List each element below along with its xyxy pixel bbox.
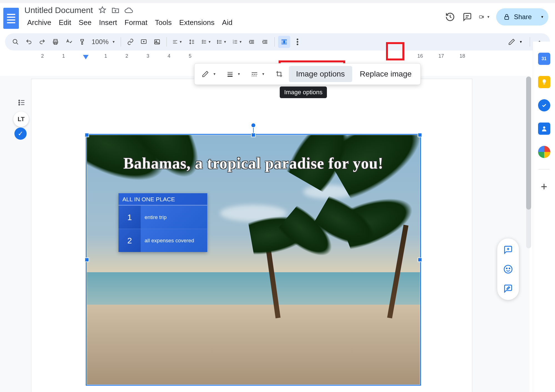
ruler-tick: 16 bbox=[417, 53, 423, 59]
meet-icon[interactable]: ▼ bbox=[479, 11, 490, 22]
svg-point-34 bbox=[506, 268, 507, 269]
star-icon[interactable] bbox=[99, 6, 106, 14]
menu-format[interactable]: Format bbox=[121, 17, 151, 28]
menu-see[interactable]: See bbox=[75, 17, 95, 28]
crop-button[interactable] bbox=[271, 66, 287, 82]
menu-archive[interactable]: Archive bbox=[24, 17, 55, 28]
text-wrap-button[interactable] bbox=[278, 36, 290, 48]
svg-rect-28 bbox=[254, 76, 255, 76]
undo-button[interactable] bbox=[23, 36, 35, 48]
toolbar-separator bbox=[530, 37, 530, 47]
contacts-app-icon[interactable] bbox=[538, 123, 550, 135]
image-options-button[interactable]: Image options bbox=[289, 66, 352, 82]
share-button[interactable]: Share bbox=[496, 8, 540, 26]
svg-rect-15 bbox=[284, 41, 285, 43]
resize-handle-w[interactable] bbox=[85, 258, 89, 262]
move-icon[interactable] bbox=[111, 6, 120, 14]
svg-point-11 bbox=[217, 43, 218, 44]
align-button[interactable]: ▼ bbox=[170, 36, 185, 48]
spellcheck-button[interactable] bbox=[63, 36, 75, 48]
document-title[interactable]: Untitled Document bbox=[24, 6, 94, 15]
insert-link-button[interactable] bbox=[124, 36, 137, 48]
selected-image[interactable]: Bahamas, a tropical paradise for you! AL… bbox=[87, 135, 420, 385]
maps-app-icon[interactable] bbox=[538, 146, 550, 158]
selection-outline bbox=[86, 134, 421, 386]
svg-point-30 bbox=[19, 100, 20, 101]
svg-point-32 bbox=[19, 104, 20, 105]
ruler-tick: 18 bbox=[460, 53, 465, 59]
lock-icon bbox=[503, 14, 510, 20]
toolbar-separator bbox=[121, 37, 121, 47]
ruler-tick: 2 bbox=[125, 53, 128, 59]
image-options-tooltip: Image options bbox=[280, 86, 327, 98]
border-color-button[interactable]: ▼ bbox=[197, 66, 221, 82]
numbered-list-button[interactable]: 123▼ bbox=[230, 36, 244, 48]
add-addon-button[interactable]: + bbox=[538, 180, 550, 193]
menu-tools[interactable]: Tools bbox=[152, 17, 175, 28]
increase-indent-button[interactable] bbox=[259, 36, 271, 48]
zoom-selector[interactable]: 100%▼ bbox=[89, 38, 117, 46]
menu-bar: Archive Edit See Insert Format Tools Ext… bbox=[24, 17, 445, 28]
keep-app-icon[interactable] bbox=[538, 76, 550, 88]
comments-icon[interactable] bbox=[462, 11, 473, 22]
emoji-reaction-fab[interactable] bbox=[502, 263, 514, 276]
svg-rect-21 bbox=[228, 76, 233, 77]
insert-image-button[interactable] bbox=[151, 36, 163, 48]
document-page[interactable]: Bahamas, a tropical paradise for you! AL… bbox=[31, 79, 472, 392]
decrease-indent-button[interactable] bbox=[246, 36, 258, 48]
tasks-app-icon[interactable] bbox=[538, 99, 550, 111]
checklist-button[interactable]: ▼ bbox=[199, 36, 213, 48]
menu-insert[interactable]: Insert bbox=[96, 17, 120, 28]
add-comment-fab[interactable] bbox=[502, 243, 514, 256]
editing-mode-button[interactable]: ▼ bbox=[504, 38, 526, 45]
line-spacing-button[interactable] bbox=[186, 36, 198, 48]
ruler-tick: 4 bbox=[168, 53, 170, 59]
resize-handle-n[interactable] bbox=[251, 133, 256, 137]
svg-rect-29 bbox=[256, 76, 257, 76]
menu-extensions[interactable]: Extensions bbox=[176, 17, 218, 28]
svg-rect-23 bbox=[252, 74, 253, 75]
print-button[interactable] bbox=[49, 36, 62, 48]
history-icon[interactable] bbox=[445, 11, 456, 22]
svg-point-8 bbox=[156, 41, 157, 42]
languagetool-status-icon[interactable]: ✓ bbox=[14, 128, 27, 140]
paint-format-button[interactable] bbox=[76, 36, 88, 48]
bullet-list-button[interactable]: ▼ bbox=[215, 36, 229, 48]
suggest-edit-fab[interactable] bbox=[502, 282, 514, 295]
resize-handle-ne[interactable] bbox=[418, 133, 422, 137]
svg-text:3: 3 bbox=[233, 42, 234, 44]
more-options-button[interactable] bbox=[291, 36, 304, 48]
side-panel: 31 + bbox=[533, 42, 555, 392]
svg-point-18 bbox=[297, 44, 298, 45]
scrollbar-thumb[interactable] bbox=[526, 77, 531, 210]
toolbar-separator bbox=[167, 37, 167, 47]
add-comment-button[interactable] bbox=[138, 36, 150, 48]
left-gutter: LT ✓ bbox=[0, 76, 31, 392]
border-weight-button[interactable]: ▼ bbox=[222, 66, 245, 82]
docs-logo[interactable] bbox=[3, 8, 19, 29]
share-dropdown[interactable]: ▼ bbox=[535, 8, 548, 26]
redo-button[interactable] bbox=[36, 36, 48, 48]
svg-rect-24 bbox=[254, 74, 256, 75]
svg-point-16 bbox=[297, 39, 298, 40]
outline-toggle-button[interactable] bbox=[15, 96, 28, 109]
svg-rect-22 bbox=[252, 72, 257, 73]
rotation-handle[interactable] bbox=[251, 123, 256, 128]
svg-rect-1 bbox=[505, 17, 509, 19]
search-button[interactable] bbox=[9, 36, 22, 48]
vertical-scrollbar[interactable] bbox=[526, 77, 531, 248]
horizontal-ruler[interactable]: 2 1 1 2 3 4 5 16 17 18 bbox=[31, 53, 555, 61]
menu-edit[interactable]: Edit bbox=[56, 17, 75, 28]
svg-rect-20 bbox=[228, 74, 233, 75]
svg-point-2 bbox=[13, 39, 17, 43]
menu-aid[interactable]: Aid bbox=[219, 17, 236, 28]
calendar-app-icon[interactable]: 31 bbox=[538, 53, 550, 65]
languagetool-badge[interactable]: LT bbox=[13, 111, 29, 127]
resize-handle-nw[interactable] bbox=[85, 133, 89, 137]
replace-image-button[interactable]: Replace image bbox=[354, 66, 418, 82]
ruler-tick: 5 bbox=[189, 53, 191, 59]
cloud-status-icon[interactable] bbox=[125, 6, 133, 14]
border-dash-button[interactable]: ▼ bbox=[247, 66, 269, 82]
indent-marker[interactable] bbox=[82, 54, 89, 60]
resize-handle-e[interactable] bbox=[418, 258, 422, 262]
